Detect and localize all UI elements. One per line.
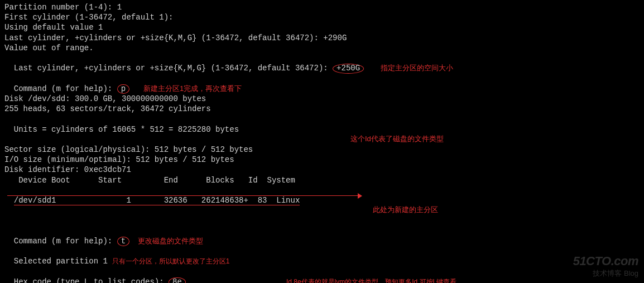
table-header: Device Boot Start End Blocks Id System [4, 175, 640, 185]
circled-input-p: p [117, 84, 129, 94]
term-line: Sector size (logical/physical): 512 byte… [4, 145, 640, 155]
term-line: First cylinder (1-36472, default 1): [4, 12, 640, 22]
term-line: Partition number (1-4): 1 [4, 2, 640, 12]
term-line: Selected partition 1只有一个分区，所以默认更改了主分区1 [4, 246, 640, 266]
annotation-new-partition-done: 新建主分区1完成，再次查看下 [143, 84, 242, 93]
term-line: Hex code (type L to list codes): 8eId 8e… [4, 266, 640, 283]
circled-input-size: +250G [333, 64, 364, 73]
watermark-sub: 技术博客 Blog [573, 269, 638, 279]
prompt-text: Command (m for help): [14, 84, 117, 93]
watermark: 51CTO.com 技术博客 Blog [573, 253, 638, 279]
term-line: Value out of range. [4, 43, 640, 53]
table-row: /dev/sdd1 1 32636 262148638+ 83 Linux 此处… [4, 185, 640, 226]
term-line: Disk /dev/sdd: 300.0 GB, 300000000000 by… [4, 94, 640, 104]
annotation-only-one-part: 只有一个分区，所以默认更改了主分区1 [112, 257, 230, 265]
term-line: Units = cylinders of 16065 * 512 = 82252… [4, 114, 640, 145]
prompt-text: Hex code (type L to list codes): [14, 277, 169, 283]
annotation-new-partition-here: 此处为新建的主分区 [373, 205, 438, 215]
arrow-icon [7, 195, 359, 196]
annotation-8e-lvm: Id 8e代表的就是lvm的文件类型，预知更多Id 可按L键查看 [286, 278, 456, 283]
prompt-text: Last cylinder, +cylinders or +size{K,M,G… [14, 64, 333, 73]
partition-row: /dev/sdd1 1 32636 262148638+ 83 Linux [14, 196, 300, 205]
term-line: 255 heads, 63 sectors/track, 36472 cylin… [4, 104, 640, 114]
annotation-change-filetype: 更改磁盘的文件类型 [138, 237, 203, 245]
circled-input-8e: 8e [169, 277, 186, 283]
watermark-domain: 51CTO.com [573, 253, 638, 270]
circled-input-t: t [117, 237, 129, 246]
annotation-id-filetype: 这个Id代表了磁盘的文件类型 [350, 135, 444, 144]
term-line: Disk identifier: 0xec3dcb71 [4, 165, 640, 175]
annotation-space-size: 指定主分区的空间大小 [381, 64, 453, 72]
prompt-text: Command (m for help): [14, 237, 117, 246]
term-line: Last cylinder, +cylinders or +size{K,M,G… [4, 33, 640, 43]
term-line: Using default value 1 [4, 22, 640, 32]
term-line: Last cylinder, +cylinders or +size{K,M,G… [4, 53, 640, 74]
term-line: Command (m for help): t更改磁盘的文件类型 [4, 226, 640, 247]
term-line: I/O size (minimum/optimal): 512 bytes / … [4, 155, 640, 165]
term-line: Command (m for help): p新建主分区1完成，再次查看下 [4, 74, 640, 94]
